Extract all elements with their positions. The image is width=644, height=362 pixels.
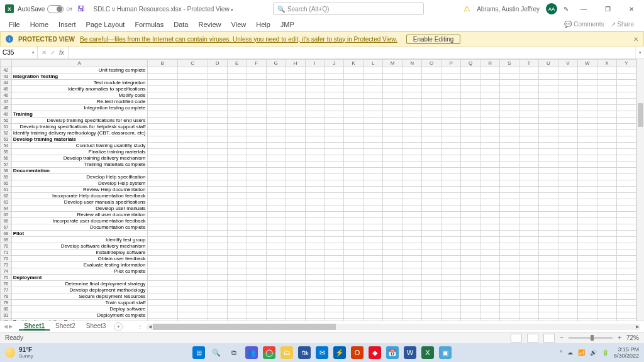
cell[interactable]: [577, 162, 597, 168]
cell[interactable]: [616, 237, 636, 243]
cell[interactable]: [422, 306, 441, 312]
cell[interactable]: [286, 105, 305, 111]
row-header[interactable]: 48: [1, 105, 12, 111]
cell[interactable]: [461, 212, 480, 218]
table-row[interactable]: 62Incorporate Help documentation feedbac…: [1, 193, 636, 199]
cell[interactable]: [344, 293, 364, 300]
zoom-out-button[interactable]: −: [560, 334, 564, 341]
pen-icon[interactable]: ✎: [564, 6, 569, 13]
table-row[interactable]: 53Develop training materials: [1, 136, 636, 143]
cell[interactable]: [266, 74, 286, 80]
cell[interactable]: [441, 262, 461, 268]
select-all-corner[interactable]: [1, 60, 12, 67]
cell[interactable]: [577, 206, 597, 212]
cell[interactable]: [227, 136, 247, 143]
cell[interactable]: [461, 174, 480, 180]
cell[interactable]: [480, 143, 500, 149]
cell[interactable]: [266, 162, 286, 168]
cell[interactable]: [266, 136, 286, 143]
cell[interactable]: [422, 256, 441, 262]
cell[interactable]: [227, 306, 247, 312]
cell[interactable]: [538, 67, 558, 74]
cell[interactable]: [577, 124, 597, 130]
cell[interactable]: [616, 143, 636, 149]
cell[interactable]: [441, 250, 461, 256]
cell[interactable]: [325, 74, 344, 80]
cell[interactable]: [616, 80, 636, 86]
cell[interactable]: [383, 237, 402, 243]
cell[interactable]: [247, 162, 266, 168]
cell[interactable]: [364, 281, 383, 287]
cell[interactable]: [538, 162, 558, 168]
cell[interactable]: [577, 237, 597, 243]
cell[interactable]: [325, 224, 344, 231]
cell[interactable]: [461, 250, 480, 256]
cell[interactable]: Integration testing complete: [11, 105, 147, 111]
cell[interactable]: [519, 92, 538, 99]
cell[interactable]: [177, 105, 208, 111]
row-header[interactable]: 63: [1, 199, 12, 206]
cell[interactable]: [461, 300, 480, 306]
cell[interactable]: [519, 130, 538, 136]
cell[interactable]: Develop training materials: [11, 136, 147, 143]
cell[interactable]: [422, 224, 441, 231]
cell[interactable]: [402, 136, 422, 143]
protected-view-message[interactable]: Be careful—files from the Internet can c…: [80, 36, 397, 43]
store-icon[interactable]: 🛍: [298, 346, 311, 359]
cell[interactable]: [177, 168, 208, 174]
cell[interactable]: [247, 74, 266, 80]
cell[interactable]: [480, 287, 500, 293]
cell[interactable]: [577, 168, 597, 174]
cell[interactable]: [286, 193, 305, 199]
table-row[interactable]: 70Develop software delivery mechanism: [1, 243, 636, 250]
cell[interactable]: [597, 306, 616, 312]
row-header[interactable]: 78: [1, 293, 12, 300]
col-header-Y[interactable]: Y: [616, 60, 636, 67]
cell[interactable]: [147, 136, 177, 143]
cell[interactable]: [177, 218, 208, 224]
cell[interactable]: Conduct training usability study: [11, 143, 147, 149]
cell[interactable]: [577, 86, 597, 92]
cell[interactable]: [227, 187, 247, 193]
cell[interactable]: [227, 80, 247, 86]
cell[interactable]: [383, 231, 402, 237]
col-header-M[interactable]: M: [383, 60, 402, 67]
row-header[interactable]: 45: [1, 86, 12, 92]
cell[interactable]: [500, 306, 519, 312]
cell[interactable]: [247, 67, 266, 74]
cell[interactable]: [616, 180, 636, 187]
cell[interactable]: [480, 268, 500, 275]
cell[interactable]: [383, 262, 402, 268]
cell[interactable]: [364, 180, 383, 187]
table-row[interactable]: 76Determine final deployment strategy: [1, 281, 636, 287]
tab-formulas[interactable]: Formulas: [130, 21, 169, 28]
warning-icon[interactable]: ⚠: [464, 4, 470, 13]
cell[interactable]: [344, 281, 364, 287]
cell[interactable]: [577, 149, 597, 155]
cell[interactable]: [344, 287, 364, 293]
cell[interactable]: [597, 111, 616, 118]
cell[interactable]: [286, 111, 305, 118]
cell[interactable]: [577, 231, 597, 237]
volume-icon[interactable]: 🔊: [590, 349, 597, 356]
col-header-A[interactable]: A: [11, 60, 147, 67]
vertical-scrollbar[interactable]: [636, 59, 644, 321]
cell[interactable]: [286, 224, 305, 231]
cell[interactable]: [364, 293, 383, 300]
row-header[interactable]: 79: [1, 300, 12, 306]
cell[interactable]: [147, 199, 177, 206]
col-header-R[interactable]: R: [480, 60, 500, 67]
col-header-P[interactable]: P: [441, 60, 461, 67]
cell[interactable]: [461, 306, 480, 312]
cell[interactable]: [597, 256, 616, 262]
cell[interactable]: [325, 218, 344, 224]
cell[interactable]: [247, 136, 266, 143]
cell[interactable]: [558, 149, 577, 155]
cell[interactable]: [441, 243, 461, 250]
cell[interactable]: [616, 212, 636, 218]
cell[interactable]: [597, 268, 616, 275]
cell[interactable]: [305, 306, 325, 312]
cell[interactable]: [558, 312, 577, 319]
cell[interactable]: [558, 218, 577, 224]
cell[interactable]: [227, 124, 247, 130]
